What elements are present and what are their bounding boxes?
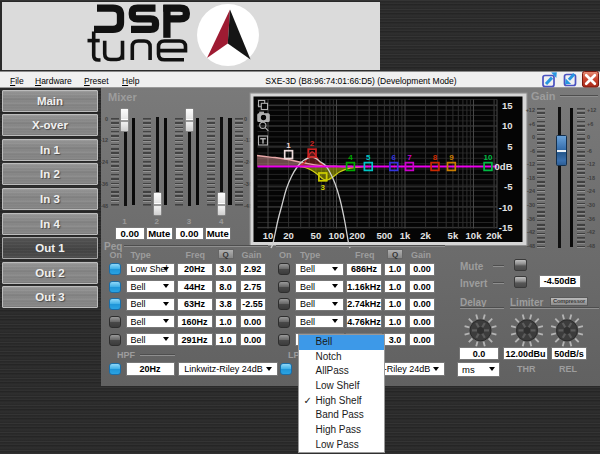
svg-text:3: 3 xyxy=(321,183,326,192)
svg-text:5: 5 xyxy=(366,153,371,162)
svg-text:5k: 5k xyxy=(448,230,459,241)
svg-text:9: 9 xyxy=(449,153,454,162)
svg-text:100: 100 xyxy=(329,230,345,241)
svg-text:10: 10 xyxy=(502,120,513,131)
svg-text:2k: 2k xyxy=(420,230,431,241)
svg-text:1k: 1k xyxy=(400,230,411,241)
svg-text:7: 7 xyxy=(407,153,412,162)
svg-text:10k: 10k xyxy=(466,230,483,241)
svg-text:-15: -15 xyxy=(499,222,513,233)
svg-text:20: 20 xyxy=(283,230,294,241)
svg-text:4: 4 xyxy=(348,153,353,162)
svg-text:1: 1 xyxy=(286,141,291,150)
svg-text:200: 200 xyxy=(349,230,365,241)
svg-text:500: 500 xyxy=(376,230,392,241)
svg-text:5: 5 xyxy=(507,141,513,152)
svg-text:10: 10 xyxy=(263,230,274,241)
svg-text:-10: -10 xyxy=(499,202,513,213)
svg-text:8: 8 xyxy=(433,153,438,162)
svg-text:6: 6 xyxy=(392,153,397,162)
svg-text:-5: -5 xyxy=(504,181,513,192)
svg-text:10: 10 xyxy=(484,153,493,162)
svg-text:0dB: 0dB xyxy=(495,161,513,172)
svg-text:15: 15 xyxy=(502,100,513,111)
svg-text:50: 50 xyxy=(311,230,322,241)
svg-text:2: 2 xyxy=(310,139,315,148)
